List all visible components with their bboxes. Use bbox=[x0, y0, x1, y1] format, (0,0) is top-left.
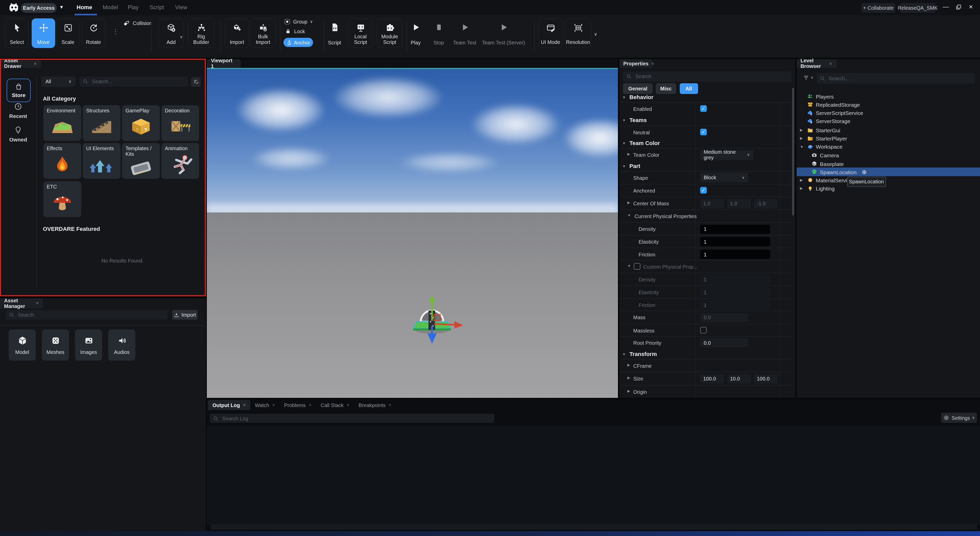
asset-manager-search-input[interactable] bbox=[17, 312, 164, 318]
add-chevron-icon[interactable]: ∨ bbox=[180, 35, 183, 39]
expand-caret-icon[interactable]: ▶ bbox=[627, 201, 630, 205]
asset-type-model[interactable]: Model bbox=[9, 329, 36, 361]
tree-item-server-script-service[interactable]: ServerScriptService bbox=[796, 109, 980, 117]
rig-builder-button[interactable]: Rig Builder bbox=[188, 18, 215, 48]
mass-field[interactable]: 0.0 bbox=[700, 313, 748, 322]
expand-caret-icon[interactable]: ▶ bbox=[627, 363, 630, 367]
expand-caret-icon[interactable]: ▶ bbox=[627, 152, 630, 156]
tree-item-lighting[interactable]: ▶ Lighting bbox=[796, 184, 980, 193]
tree-search-input[interactable] bbox=[827, 75, 972, 82]
expand-caret-icon[interactable]: ▶ bbox=[627, 376, 630, 380]
select-tool-button[interactable]: Select bbox=[5, 18, 29, 48]
properties-close-icon[interactable]: × bbox=[651, 61, 654, 67]
stop-button[interactable]: Stop bbox=[428, 18, 449, 48]
level-browser-tab[interactable]: Level Browser × bbox=[796, 59, 836, 68]
tree-item-camera[interactable]: Camera bbox=[796, 151, 980, 159]
asset-manager-tab[interactable]: Asset Manager × bbox=[0, 298, 43, 308]
menu-tab-view[interactable]: View bbox=[175, 4, 187, 10]
com-y-field[interactable]: 1.0 bbox=[727, 199, 751, 208]
enabled-checkbox[interactable]: ✓ bbox=[700, 105, 707, 111]
viewport-tab[interactable]: Viewport 1 bbox=[207, 59, 240, 68]
shape-dropdown[interactable]: Block∨ bbox=[700, 173, 748, 182]
category-filter-dropdown[interactable]: All ∨ bbox=[41, 76, 76, 87]
asset-type-meshes[interactable]: Meshes bbox=[42, 329, 69, 361]
owned-nav-button[interactable]: Owned bbox=[6, 126, 30, 142]
teams-section-header[interactable]: ▼Teams bbox=[619, 115, 791, 125]
menu-tab-script[interactable]: Script bbox=[150, 4, 164, 10]
collapse-caret-icon[interactable]: ▼ bbox=[800, 145, 804, 148]
tab-close-icon[interactable]: × bbox=[309, 402, 312, 407]
tree-item-baseplate[interactable]: Baseplate bbox=[796, 160, 980, 168]
custom-friction-field[interactable]: 1 bbox=[700, 300, 770, 310]
move-gizmo[interactable] bbox=[401, 295, 468, 346]
com-x-field[interactable]: 1.0 bbox=[700, 199, 724, 208]
tree-item-material-service[interactable]: ▶ MaterialService bbox=[796, 176, 980, 184]
category-card-structures[interactable]: Structures bbox=[83, 105, 120, 141]
properties-scrollbar[interactable] bbox=[792, 87, 794, 215]
menu-tab-home[interactable]: Home bbox=[76, 4, 92, 10]
size-y-field[interactable]: 10.0 bbox=[727, 374, 751, 383]
asset-filter-button[interactable] bbox=[191, 77, 201, 87]
massless-checkbox[interactable] bbox=[700, 327, 707, 333]
size-z-field[interactable]: 100.0 bbox=[754, 374, 778, 383]
expand-caret-icon[interactable]: ▶ bbox=[800, 128, 804, 132]
move-tool-button[interactable]: Move bbox=[32, 18, 55, 48]
tree-item-players[interactable]: Players bbox=[796, 92, 980, 100]
ui-mode-button[interactable]: UI Mode bbox=[538, 18, 563, 48]
team-color-section-header[interactable]: ▼Team Color bbox=[619, 138, 791, 148]
add-child-plus-icon[interactable]: ⊕ bbox=[862, 168, 867, 175]
asset-drawer-tab[interactable]: Asset Drawer × bbox=[0, 59, 41, 68]
rotate-tool-button[interactable]: Rotate bbox=[82, 18, 105, 48]
menu-dropdown-caret-icon[interactable]: ▼ bbox=[59, 5, 64, 10]
expand-caret-icon[interactable]: ▶ bbox=[800, 178, 804, 182]
category-card-environment[interactable]: Environment bbox=[43, 105, 81, 141]
tree-item-server-storage[interactable]: ServerStorage bbox=[796, 117, 980, 126]
asset-type-images[interactable]: Images bbox=[75, 329, 102, 361]
transform-section-header[interactable]: ▼Transform bbox=[619, 349, 791, 359]
anchored-checkbox[interactable]: ✓ bbox=[700, 187, 707, 193]
expand-caret-icon[interactable]: ▶ bbox=[800, 136, 804, 140]
asset-search-input[interactable] bbox=[91, 78, 185, 85]
script-button[interactable]: Script bbox=[323, 18, 346, 48]
log-output-area[interactable] bbox=[207, 426, 980, 525]
resolution-button[interactable]: HD Resolution bbox=[565, 18, 591, 48]
add-button[interactable]: Add bbox=[158, 18, 184, 48]
asset-manager-close-icon[interactable]: × bbox=[36, 301, 39, 306]
size-x-field[interactable]: 100.0 bbox=[700, 374, 724, 383]
properties-tab[interactable]: Properties × bbox=[619, 59, 652, 68]
tab-close-icon[interactable]: × bbox=[243, 402, 246, 407]
tab-problems[interactable]: Problems× bbox=[280, 400, 316, 410]
module-script-button[interactable]: Module Script bbox=[377, 18, 402, 48]
toolbar-overflow-button[interactable]: ⋮ bbox=[112, 27, 119, 35]
neutral-checkbox[interactable]: ✓ bbox=[700, 129, 707, 135]
custom-density-field[interactable]: 1 bbox=[700, 275, 770, 284]
recent-nav-button[interactable]: Recent bbox=[6, 102, 30, 119]
window-close-button[interactable]: × bbox=[969, 3, 973, 11]
custom-physical-checkbox[interactable] bbox=[633, 263, 640, 270]
team-test-server-button[interactable]: Team Test (Server) bbox=[481, 18, 526, 48]
category-card-etc[interactable]: ETC bbox=[43, 181, 81, 217]
collaborate-button[interactable]: + Collaborate bbox=[862, 3, 895, 13]
scale-tool-button[interactable]: Scale bbox=[56, 18, 80, 48]
category-card-effects[interactable]: Effects bbox=[43, 143, 81, 179]
anchor-button[interactable]: Anchor bbox=[283, 38, 313, 47]
tab-output-log[interactable]: Output Log× bbox=[208, 400, 250, 410]
store-nav-button[interactable]: Store bbox=[6, 78, 31, 102]
tab-close-icon[interactable]: × bbox=[389, 402, 391, 407]
tab-call-stack[interactable]: Call Stack× bbox=[316, 400, 354, 410]
category-card-decoration[interactable]: Decoration bbox=[161, 105, 199, 141]
team-test-button[interactable]: Team Test bbox=[450, 18, 479, 48]
elasticity-field[interactable]: 1 bbox=[700, 237, 770, 246]
lock-button[interactable]: Lock bbox=[285, 28, 305, 34]
asset-type-audios[interactable]: Audios bbox=[108, 329, 135, 361]
category-card-templates[interactable]: Templates / Kits bbox=[122, 143, 159, 179]
import-button[interactable]: Import bbox=[225, 18, 249, 48]
log-search-input[interactable] bbox=[221, 415, 491, 421]
friction-field[interactable]: 1 bbox=[700, 250, 770, 259]
tab-watch[interactable]: Watch× bbox=[250, 400, 279, 410]
category-card-animation[interactable]: Animation bbox=[161, 143, 199, 179]
tree-item-starter-player[interactable]: ▶ StarterPlayer bbox=[796, 134, 980, 143]
local-script-button[interactable]: Local Script bbox=[348, 18, 373, 48]
window-minimize-button[interactable]: — bbox=[943, 3, 949, 10]
tree-item-spawn-location[interactable]: SpawnLocation ⊕ bbox=[796, 168, 980, 176]
